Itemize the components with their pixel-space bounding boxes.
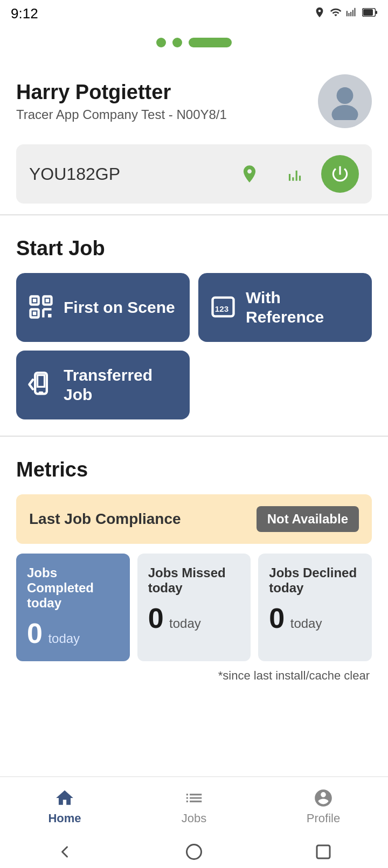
status-bar: 9:12	[0, 0, 388, 27]
reference-icon: 123	[209, 293, 237, 323]
profile-info: Harry Potgietter Tracer App Company Test…	[16, 81, 227, 122]
vehicle-actions	[231, 155, 359, 193]
start-job-title: Start Job	[16, 237, 372, 260]
with-reference-label: WithReference	[246, 288, 324, 327]
bottom-nav: Home Jobs Profile	[0, 776, 388, 836]
start-job-section: Start Job Fir	[0, 221, 388, 430]
transferred-job-button[interactable]: TransferredJob	[16, 351, 190, 419]
status-time: 9:12	[11, 5, 38, 22]
system-nav	[0, 836, 388, 868]
svg-point-19	[187, 845, 202, 859]
transferred-job-label: TransferredJob	[64, 366, 153, 404]
jobs-completed-today: today	[48, 631, 80, 646]
first-on-scene-button[interactable]: First on Scene	[16, 273, 190, 342]
nav-profile[interactable]: Profile	[259, 782, 388, 831]
nav-jobs[interactable]: Jobs	[129, 782, 259, 831]
home-button[interactable]	[184, 842, 204, 862]
svg-rect-17	[38, 375, 45, 387]
vehicle-id: YOU182GP	[29, 164, 120, 184]
stats-button[interactable]	[276, 155, 314, 193]
jobs-completed-label: Jobs Completed today	[27, 565, 119, 611]
jobs-declined-value: 0	[269, 603, 285, 634]
signal-icon	[346, 6, 358, 20]
jobs-declined-label: Jobs Declined today	[269, 565, 361, 596]
jobs-declined-today: today	[290, 616, 322, 631]
job-btn-row-1: First on Scene 123 WithReference	[16, 273, 372, 342]
jobs-declined-value-row: 0 today	[269, 602, 361, 634]
nav-jobs-label: Jobs	[182, 811, 206, 825]
svg-rect-10	[33, 311, 37, 315]
avatar	[318, 74, 372, 128]
jobs-missed-today: today	[169, 616, 201, 631]
compliance-label: Last Job Compliance	[29, 510, 181, 528]
progress-dot-1	[156, 38, 166, 47]
wifi-icon	[330, 6, 342, 20]
job-buttons-container: First on Scene 123 WithReference	[16, 273, 372, 419]
nav-home[interactable]: Home	[0, 782, 129, 831]
jobs-missed-value-row: 0 today	[148, 602, 240, 634]
svg-rect-13	[48, 314, 52, 318]
job-btn-row-2: TransferredJob	[16, 351, 372, 419]
jobs-declined-card: Jobs Declined today 0 today	[258, 554, 372, 661]
svg-rect-6	[33, 298, 37, 302]
nav-home-label: Home	[48, 811, 81, 825]
svg-rect-8	[46, 298, 50, 302]
company-name: Tracer App Company Test - N00Y8/1	[16, 107, 227, 122]
transfer-icon	[27, 370, 55, 400]
jobs-completed-value-row: 0 today	[27, 617, 119, 649]
metrics-title: Metrics	[16, 458, 372, 481]
location-icon	[314, 6, 325, 20]
qr-icon	[27, 293, 55, 323]
jobs-completed-card: Jobs Completed today 0 today	[16, 554, 130, 661]
with-reference-button[interactable]: 123 WithReference	[198, 273, 372, 342]
metrics-section: Metrics Last Job Compliance Not Availabl…	[0, 442, 388, 694]
svg-point-3	[337, 87, 354, 104]
jobs-completed-value: 0	[27, 618, 43, 649]
jobs-missed-label: Jobs Missed today	[148, 565, 240, 596]
compliance-badge: Not Available	[257, 506, 359, 532]
metrics-cards: Jobs Completed today 0 today Jobs Missed…	[16, 554, 372, 661]
svg-rect-20	[317, 845, 330, 858]
footnote: *since last install/cache clear	[16, 669, 372, 683]
location-button[interactable]	[231, 155, 268, 193]
svg-point-4	[332, 105, 358, 120]
profile-section: Harry Potgietter Tracer App Company Test…	[0, 64, 388, 139]
jobs-missed-card: Jobs Missed today 0 today	[137, 554, 251, 661]
status-icons	[314, 6, 377, 20]
jobs-missed-value: 0	[148, 603, 164, 634]
svg-text:123: 123	[215, 304, 228, 313]
svg-rect-1	[376, 11, 377, 14]
first-on-scene-label: First on Scene	[64, 298, 175, 317]
progress-dot-2	[172, 38, 182, 47]
vehicle-card: YOU182GP	[16, 144, 372, 204]
user-name: Harry Potgietter	[16, 81, 227, 104]
svg-rect-2	[363, 9, 373, 16]
recents-button[interactable]	[314, 842, 333, 862]
back-button[interactable]	[55, 842, 74, 862]
divider-2	[0, 436, 388, 437]
divider-1	[0, 214, 388, 215]
progress-bar-3	[189, 38, 232, 47]
progress-indicator	[0, 27, 388, 64]
battery-icon	[362, 8, 377, 19]
compliance-card: Last Job Compliance Not Available	[16, 494, 372, 544]
nav-profile-label: Profile	[307, 811, 340, 825]
power-button[interactable]	[321, 155, 359, 193]
